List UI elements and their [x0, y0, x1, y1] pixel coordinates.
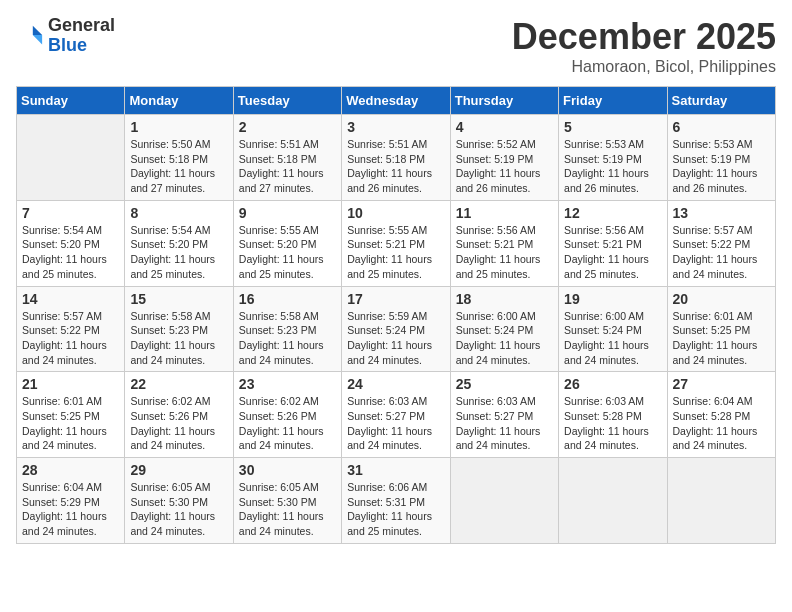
calendar-cell [559, 458, 667, 544]
weekday-header-monday: Monday [125, 87, 233, 115]
day-number: 1 [130, 119, 227, 135]
day-number: 23 [239, 376, 336, 392]
calendar-cell: 14Sunrise: 5:57 AMSunset: 5:22 PMDayligh… [17, 286, 125, 372]
day-number: 16 [239, 291, 336, 307]
cell-info: Sunrise: 6:04 AMSunset: 5:29 PMDaylight:… [22, 481, 107, 537]
logo-text: General Blue [48, 16, 115, 56]
calendar-cell: 8Sunrise: 5:54 AMSunset: 5:20 PMDaylight… [125, 200, 233, 286]
logo: General Blue [16, 16, 115, 56]
weekday-header-tuesday: Tuesday [233, 87, 341, 115]
cell-info: Sunrise: 5:51 AMSunset: 5:18 PMDaylight:… [347, 138, 432, 194]
day-number: 7 [22, 205, 119, 221]
cell-info: Sunrise: 5:53 AMSunset: 5:19 PMDaylight:… [673, 138, 758, 194]
day-number: 31 [347, 462, 444, 478]
calendar-cell: 21Sunrise: 6:01 AMSunset: 5:25 PMDayligh… [17, 372, 125, 458]
day-number: 18 [456, 291, 553, 307]
cell-info: Sunrise: 5:57 AMSunset: 5:22 PMDaylight:… [673, 224, 758, 280]
day-number: 5 [564, 119, 661, 135]
cell-info: Sunrise: 5:50 AMSunset: 5:18 PMDaylight:… [130, 138, 215, 194]
calendar-cell: 19Sunrise: 6:00 AMSunset: 5:24 PMDayligh… [559, 286, 667, 372]
cell-info: Sunrise: 5:52 AMSunset: 5:19 PMDaylight:… [456, 138, 541, 194]
weekday-header-saturday: Saturday [667, 87, 775, 115]
day-number: 15 [130, 291, 227, 307]
calendar-cell: 11Sunrise: 5:56 AMSunset: 5:21 PMDayligh… [450, 200, 558, 286]
week-row-4: 21Sunrise: 6:01 AMSunset: 5:25 PMDayligh… [17, 372, 776, 458]
day-number: 29 [130, 462, 227, 478]
week-row-5: 28Sunrise: 6:04 AMSunset: 5:29 PMDayligh… [17, 458, 776, 544]
day-number: 26 [564, 376, 661, 392]
cell-info: Sunrise: 6:04 AMSunset: 5:28 PMDaylight:… [673, 395, 758, 451]
cell-info: Sunrise: 5:58 AMSunset: 5:23 PMDaylight:… [239, 310, 324, 366]
calendar-cell: 4Sunrise: 5:52 AMSunset: 5:19 PMDaylight… [450, 115, 558, 201]
svg-marker-0 [33, 26, 42, 35]
calendar-cell: 2Sunrise: 5:51 AMSunset: 5:18 PMDaylight… [233, 115, 341, 201]
day-number: 9 [239, 205, 336, 221]
week-row-1: 1Sunrise: 5:50 AMSunset: 5:18 PMDaylight… [17, 115, 776, 201]
day-number: 25 [456, 376, 553, 392]
cell-info: Sunrise: 6:02 AMSunset: 5:26 PMDaylight:… [239, 395, 324, 451]
calendar-cell: 30Sunrise: 6:05 AMSunset: 5:30 PMDayligh… [233, 458, 341, 544]
calendar-cell: 20Sunrise: 6:01 AMSunset: 5:25 PMDayligh… [667, 286, 775, 372]
day-number: 6 [673, 119, 770, 135]
weekday-header-row: SundayMondayTuesdayWednesdayThursdayFrid… [17, 87, 776, 115]
weekday-header-wednesday: Wednesday [342, 87, 450, 115]
week-row-2: 7Sunrise: 5:54 AMSunset: 5:20 PMDaylight… [17, 200, 776, 286]
calendar-table: SundayMondayTuesdayWednesdayThursdayFrid… [16, 86, 776, 544]
calendar-cell: 24Sunrise: 6:03 AMSunset: 5:27 PMDayligh… [342, 372, 450, 458]
day-number: 17 [347, 291, 444, 307]
day-number: 14 [22, 291, 119, 307]
day-number: 10 [347, 205, 444, 221]
svg-marker-1 [33, 35, 42, 44]
weekday-header-sunday: Sunday [17, 87, 125, 115]
calendar-cell: 18Sunrise: 6:00 AMSunset: 5:24 PMDayligh… [450, 286, 558, 372]
month-title: December 2025 [512, 16, 776, 58]
cell-info: Sunrise: 6:05 AMSunset: 5:30 PMDaylight:… [239, 481, 324, 537]
calendar-cell: 29Sunrise: 6:05 AMSunset: 5:30 PMDayligh… [125, 458, 233, 544]
day-number: 20 [673, 291, 770, 307]
day-number: 27 [673, 376, 770, 392]
calendar-cell [17, 115, 125, 201]
calendar-cell [667, 458, 775, 544]
day-number: 22 [130, 376, 227, 392]
day-number: 11 [456, 205, 553, 221]
day-number: 12 [564, 205, 661, 221]
calendar-cell: 13Sunrise: 5:57 AMSunset: 5:22 PMDayligh… [667, 200, 775, 286]
week-row-3: 14Sunrise: 5:57 AMSunset: 5:22 PMDayligh… [17, 286, 776, 372]
calendar-cell: 23Sunrise: 6:02 AMSunset: 5:26 PMDayligh… [233, 372, 341, 458]
cell-info: Sunrise: 5:59 AMSunset: 5:24 PMDaylight:… [347, 310, 432, 366]
calendar-cell: 15Sunrise: 5:58 AMSunset: 5:23 PMDayligh… [125, 286, 233, 372]
day-number: 8 [130, 205, 227, 221]
cell-info: Sunrise: 6:01 AMSunset: 5:25 PMDaylight:… [22, 395, 107, 451]
cell-info: Sunrise: 6:03 AMSunset: 5:27 PMDaylight:… [347, 395, 432, 451]
cell-info: Sunrise: 5:53 AMSunset: 5:19 PMDaylight:… [564, 138, 649, 194]
calendar-cell: 3Sunrise: 5:51 AMSunset: 5:18 PMDaylight… [342, 115, 450, 201]
calendar-cell: 26Sunrise: 6:03 AMSunset: 5:28 PMDayligh… [559, 372, 667, 458]
calendar-cell: 27Sunrise: 6:04 AMSunset: 5:28 PMDayligh… [667, 372, 775, 458]
calendar-cell: 22Sunrise: 6:02 AMSunset: 5:26 PMDayligh… [125, 372, 233, 458]
calendar-cell: 1Sunrise: 5:50 AMSunset: 5:18 PMDaylight… [125, 115, 233, 201]
cell-info: Sunrise: 6:02 AMSunset: 5:26 PMDaylight:… [130, 395, 215, 451]
calendar-cell: 10Sunrise: 5:55 AMSunset: 5:21 PMDayligh… [342, 200, 450, 286]
day-number: 19 [564, 291, 661, 307]
calendar-cell: 7Sunrise: 5:54 AMSunset: 5:20 PMDaylight… [17, 200, 125, 286]
weekday-header-thursday: Thursday [450, 87, 558, 115]
calendar-cell: 28Sunrise: 6:04 AMSunset: 5:29 PMDayligh… [17, 458, 125, 544]
cell-info: Sunrise: 5:55 AMSunset: 5:20 PMDaylight:… [239, 224, 324, 280]
calendar-cell: 5Sunrise: 5:53 AMSunset: 5:19 PMDaylight… [559, 115, 667, 201]
calendar-cell: 31Sunrise: 6:06 AMSunset: 5:31 PMDayligh… [342, 458, 450, 544]
calendar-cell: 9Sunrise: 5:55 AMSunset: 5:20 PMDaylight… [233, 200, 341, 286]
cell-info: Sunrise: 5:54 AMSunset: 5:20 PMDaylight:… [130, 224, 215, 280]
cell-info: Sunrise: 6:00 AMSunset: 5:24 PMDaylight:… [564, 310, 649, 366]
logo-icon [16, 22, 44, 50]
calendar-cell: 6Sunrise: 5:53 AMSunset: 5:19 PMDaylight… [667, 115, 775, 201]
cell-info: Sunrise: 5:58 AMSunset: 5:23 PMDaylight:… [130, 310, 215, 366]
calendar-cell: 25Sunrise: 6:03 AMSunset: 5:27 PMDayligh… [450, 372, 558, 458]
cell-info: Sunrise: 6:00 AMSunset: 5:24 PMDaylight:… [456, 310, 541, 366]
day-number: 13 [673, 205, 770, 221]
calendar-cell [450, 458, 558, 544]
cell-info: Sunrise: 5:57 AMSunset: 5:22 PMDaylight:… [22, 310, 107, 366]
cell-info: Sunrise: 5:51 AMSunset: 5:18 PMDaylight:… [239, 138, 324, 194]
cell-info: Sunrise: 5:55 AMSunset: 5:21 PMDaylight:… [347, 224, 432, 280]
cell-info: Sunrise: 5:56 AMSunset: 5:21 PMDaylight:… [564, 224, 649, 280]
day-number: 3 [347, 119, 444, 135]
